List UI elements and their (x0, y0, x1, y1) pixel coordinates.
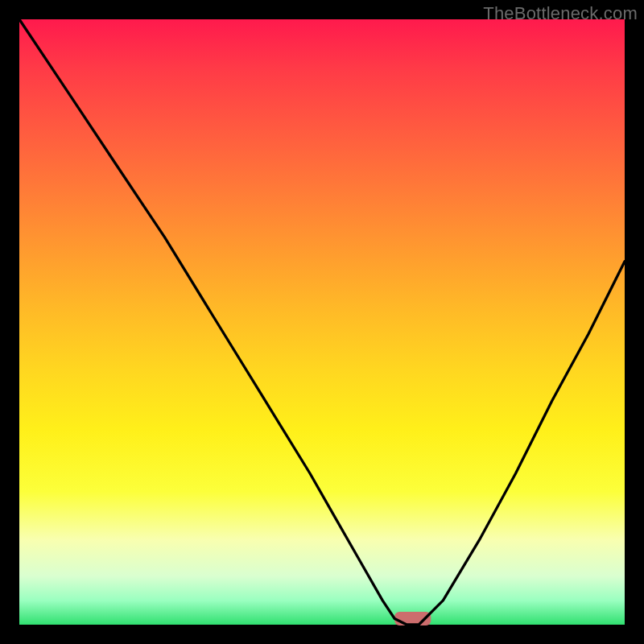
curve-svg (19, 19, 625, 625)
plot-area (19, 19, 625, 625)
bottleneck-curve (19, 19, 625, 625)
chart-frame: TheBottleneck.com (0, 0, 644, 644)
